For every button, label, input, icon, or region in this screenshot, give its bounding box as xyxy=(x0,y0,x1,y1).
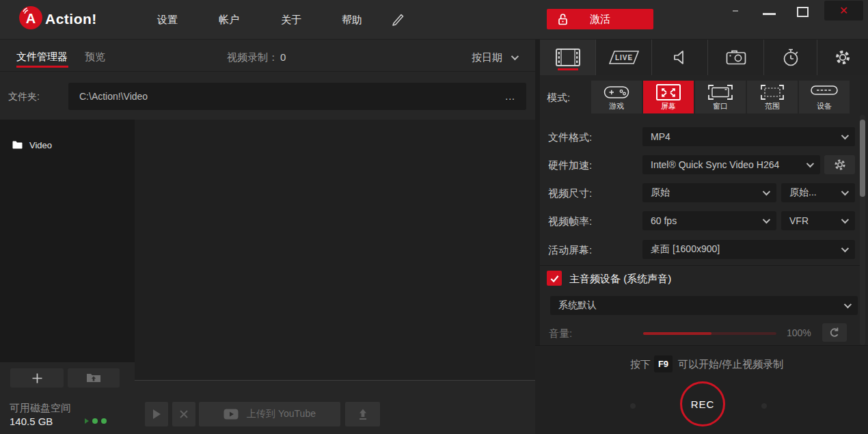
unlock-icon xyxy=(558,13,568,25)
gear-icon xyxy=(834,49,852,66)
chevron-down-icon xyxy=(844,301,852,308)
check-icon xyxy=(550,274,560,283)
window-capture-icon xyxy=(707,83,733,104)
volume-slider-fill xyxy=(643,332,711,335)
stopwatch-icon xyxy=(782,48,800,67)
tab-benchmark-timer[interactable] xyxy=(764,40,817,75)
mode-window[interactable]: 窗口 xyxy=(695,81,746,113)
file-manager-header: 文件管理器 预览 视频录制： 0 按日期 xyxy=(0,40,535,72)
mode-device[interactable]: 设备 xyxy=(799,81,850,113)
activate-button[interactable]: 激活 xyxy=(547,9,653,29)
tab-settings[interactable] xyxy=(817,40,868,75)
import-folder-button[interactable] xyxy=(68,368,120,388)
file-format-value: MP4 xyxy=(651,131,841,142)
reset-icon xyxy=(828,327,841,339)
menu-about[interactable]: 关于 xyxy=(281,14,301,27)
audio-device-value: 系统默认 xyxy=(558,299,844,312)
screen-capture-icon xyxy=(655,83,681,104)
chevron-down-icon xyxy=(806,160,814,167)
volume-slider[interactable] xyxy=(643,332,776,335)
browse-folder-button[interactable]: ... xyxy=(505,91,515,102)
upload-to-youtube-button[interactable]: 上传到 YouTube xyxy=(199,402,340,426)
video-records-label: 视频录制： xyxy=(227,51,278,64)
decor-dot-right xyxy=(761,403,767,409)
sort-by-date-dropdown[interactable]: 按日期 xyxy=(472,51,502,64)
youtube-icon xyxy=(223,409,239,420)
video-size-label: 视频尺寸: xyxy=(548,187,592,200)
close-button[interactable]: ✕ xyxy=(824,1,863,21)
chevron-down-icon xyxy=(763,216,770,223)
maximize-icon[interactable] xyxy=(797,7,809,17)
file-list-area[interactable] xyxy=(135,120,535,381)
hw-accel-label: 硬件加速: xyxy=(548,159,592,172)
speaker-icon xyxy=(672,49,688,66)
mode-screen[interactable]: 屏幕 xyxy=(643,81,694,113)
scrollbar-thumb[interactable] xyxy=(860,120,865,197)
tree-item-label: Video xyxy=(29,140,52,150)
active-tab-underline xyxy=(16,66,68,68)
active-screen-value: 桌面 [1600x900] xyxy=(651,243,841,256)
audio-device-dropdown[interactable]: 系统默认 xyxy=(550,296,858,315)
menu-help[interactable]: 帮助 xyxy=(342,14,362,27)
region-capture-icon xyxy=(760,83,785,104)
tab-file-manager[interactable]: 文件管理器 xyxy=(16,51,68,64)
film-icon xyxy=(556,49,580,66)
play-button[interactable] xyxy=(145,402,168,426)
play-icon xyxy=(152,409,161,420)
capture-device-icon xyxy=(810,83,839,100)
menu-settings[interactable]: 设置 xyxy=(157,14,178,27)
folder-tree-panel: Video xyxy=(0,120,135,362)
active-tab-underline xyxy=(558,68,578,70)
file-format-dropdown[interactable]: MP4 xyxy=(642,127,855,146)
minimize-icon[interactable] xyxy=(763,13,776,15)
chevron-down-icon[interactable] xyxy=(511,53,519,60)
title-bar: A Action! 设置 帐户 关于 帮助 激活 ✕ xyxy=(0,0,868,40)
chevron-down-icon xyxy=(841,132,849,139)
file-format-label: 文件格式: xyxy=(548,131,592,144)
mode-games[interactable]: 游戏 xyxy=(591,81,642,113)
record-button-label: REC xyxy=(691,398,715,410)
active-screen-dropdown[interactable]: 桌面 [1600x900] xyxy=(642,240,855,259)
svg-text:LIVE: LIVE xyxy=(614,54,632,62)
live-icon: LIVE xyxy=(608,49,640,66)
hw-accel-dropdown[interactable]: Intel® Quick Sync Video H264 xyxy=(642,155,820,174)
tree-item-video[interactable]: Video xyxy=(0,136,135,154)
volume-label: 音量: xyxy=(549,327,572,340)
framerate-dropdown[interactable]: 60 fps xyxy=(642,211,776,230)
app-title: Action! xyxy=(45,11,97,27)
tab-audio[interactable] xyxy=(652,40,708,75)
mode-region[interactable]: 范围 xyxy=(747,81,798,113)
volume-value: 100% xyxy=(787,327,811,338)
chevron-down-icon xyxy=(763,188,770,195)
folder-label: 文件夹: xyxy=(8,91,40,103)
pen-tool-icon[interactable] xyxy=(391,12,406,29)
active-screen-label: 活动屏幕: xyxy=(548,244,592,257)
right-tab-bar: LIVE xyxy=(540,40,868,75)
collapse-icon[interactable] xyxy=(733,10,738,12)
upload-button[interactable] xyxy=(345,402,380,426)
tab-video-recording[interactable] xyxy=(540,40,596,75)
record-button[interactable]: REC xyxy=(680,381,725,426)
plus-icon xyxy=(31,372,43,384)
disk-space-indicator-icon xyxy=(85,418,107,424)
svg-text:A: A xyxy=(26,11,36,26)
hw-accel-settings-button[interactable] xyxy=(824,155,855,174)
add-folder-button[interactable] xyxy=(10,368,64,388)
gear-icon xyxy=(833,158,847,172)
video-size-dropdown[interactable]: 原始 xyxy=(642,183,776,202)
video-size-aspect-dropdown[interactable]: 原始... xyxy=(781,183,855,202)
tab-live-streaming[interactable]: LIVE xyxy=(596,40,652,75)
primary-audio-checkbox[interactable] xyxy=(547,271,562,286)
folder-path-input[interactable]: C:\Action!\Video ... xyxy=(68,83,526,110)
mode-label-device: 设备 xyxy=(817,101,832,111)
menu-account[interactable]: 帐户 xyxy=(219,14,239,27)
framerate-mode-dropdown[interactable]: VFR xyxy=(781,211,855,230)
framerate-mode-value: VFR xyxy=(789,215,841,226)
tab-preview[interactable]: 预览 xyxy=(85,51,105,64)
delete-button[interactable] xyxy=(172,402,195,426)
volume-reset-button[interactable] xyxy=(822,323,847,342)
disk-space-value: 140.5 GB xyxy=(10,416,53,427)
tab-screenshots[interactable] xyxy=(708,40,764,75)
disk-space-label: 可用磁盘空间 xyxy=(10,402,71,415)
camera-icon xyxy=(726,49,746,66)
